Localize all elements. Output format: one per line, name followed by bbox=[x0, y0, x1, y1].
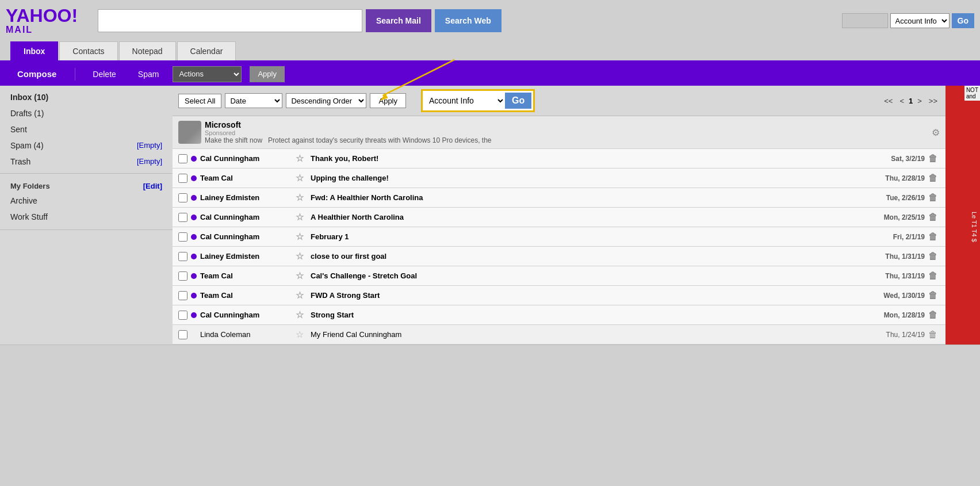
email-delete-8[interactable]: 🗑 bbox=[928, 290, 940, 301]
sidebar-item-work-stuff[interactable]: Work Stuff bbox=[0, 209, 173, 225]
go-button-subbar[interactable]: Go bbox=[505, 93, 531, 109]
tab-contacts[interactable]: Contacts bbox=[59, 41, 117, 60]
email-star-5[interactable]: ☆ bbox=[296, 231, 307, 242]
account-info-select-header[interactable]: Account Info bbox=[890, 13, 950, 28]
email-star-9[interactable]: ☆ bbox=[296, 309, 307, 320]
table-row[interactable]: Team Cal ☆ Upping the challenge! Thu, 2/… bbox=[173, 169, 945, 188]
email-checkbox-6[interactable] bbox=[178, 252, 187, 261]
email-star-3[interactable]: ☆ bbox=[296, 192, 307, 203]
email-list: Microsoft Sponsored Make the shift now P… bbox=[173, 116, 945, 345]
logo-area: YAHOO! MAIL bbox=[6, 6, 92, 35]
page-last-nav[interactable]: >> bbox=[927, 95, 940, 106]
email-star-2[interactable]: ☆ bbox=[296, 173, 307, 183]
apply-button-toolbar[interactable]: Apply bbox=[250, 66, 285, 82]
email-date-9: Mon, 1/28/19 bbox=[867, 311, 925, 319]
date-select[interactable]: Date bbox=[225, 93, 282, 108]
email-delete-7[interactable]: 🗑 bbox=[928, 271, 940, 281]
email-checkbox-9[interactable] bbox=[178, 311, 187, 320]
table-row[interactable]: Cal Cunningham ☆ Strong Start Mon, 1/28/… bbox=[173, 305, 945, 325]
email-sender-7: Team Cal bbox=[200, 271, 292, 280]
order-select[interactable]: Descending Order bbox=[286, 93, 366, 108]
account-info-highlight-box: Account Info Go bbox=[421, 89, 535, 112]
email-star-7[interactable]: ☆ bbox=[296, 270, 307, 281]
table-row[interactable]: Linda Coleman ☆ My Friend Cal Cunningham… bbox=[173, 325, 945, 345]
main-layout: Inbox (10) Drafts (1) Sent Spam (4) [Emp… bbox=[0, 86, 980, 345]
email-subject-3: Fwd: A Healthier North Carolina bbox=[311, 193, 864, 202]
not-label: NOTand bbox=[964, 86, 980, 101]
select-all-button[interactable]: Select All bbox=[178, 94, 221, 108]
page-next-nav[interactable]: > bbox=[915, 95, 924, 106]
account-area: Account Info Go bbox=[842, 13, 974, 28]
email-sender-4: Cal Cunningham bbox=[200, 213, 292, 221]
spam-empty-button[interactable]: [Empty] bbox=[137, 141, 162, 150]
email-date-8: Wed, 1/30/19 bbox=[867, 292, 925, 300]
sidebar: Inbox (10) Drafts (1) Sent Spam (4) [Emp… bbox=[0, 86, 173, 345]
table-row[interactable]: Team Cal ☆ FWD A Strong Start Wed, 1/30/… bbox=[173, 286, 945, 305]
email-delete-1[interactable]: 🗑 bbox=[928, 154, 940, 164]
email-delete-4[interactable]: 🗑 bbox=[928, 212, 940, 223]
email-star-6[interactable]: ☆ bbox=[296, 251, 307, 262]
tab-notepad[interactable]: Notepad bbox=[119, 41, 176, 60]
unread-dot-3 bbox=[191, 195, 197, 201]
my-folders-edit-button[interactable]: [Edit] bbox=[143, 182, 162, 190]
go-button-header[interactable]: Go bbox=[952, 13, 974, 28]
email-star-10[interactable]: ☆ bbox=[296, 329, 307, 340]
email-star-4[interactable]: ☆ bbox=[296, 212, 307, 223]
email-checkbox-5[interactable] bbox=[178, 232, 187, 242]
sidebar-item-trash[interactable]: Trash [Empty] bbox=[0, 154, 173, 170]
email-star-8[interactable]: ☆ bbox=[296, 290, 307, 301]
delete-button[interactable]: Delete bbox=[85, 67, 124, 82]
tab-inbox[interactable]: Inbox bbox=[10, 41, 58, 60]
unread-dot-4 bbox=[191, 215, 197, 220]
sponsored-preview: Make the shift now Protect against today… bbox=[205, 136, 928, 144]
trash-label: Trash bbox=[10, 157, 30, 166]
page-prev-nav[interactable]: < bbox=[897, 95, 906, 106]
sponsored-label: Sponsored bbox=[205, 129, 928, 136]
sidebar-item-archive[interactable]: Archive bbox=[0, 193, 173, 209]
apply-button-subbar[interactable]: Apply bbox=[370, 93, 406, 108]
email-delete-3[interactable]: 🗑 bbox=[928, 193, 940, 203]
email-delete-2[interactable]: 🗑 bbox=[928, 173, 940, 183]
email-delete-6[interactable]: 🗑 bbox=[928, 251, 940, 262]
trash-empty-button[interactable]: [Empty] bbox=[137, 157, 162, 166]
sidebar-item-inbox[interactable]: Inbox (10) bbox=[0, 89, 173, 105]
email-checkbox-1[interactable] bbox=[178, 154, 187, 163]
page-first-nav[interactable]: << bbox=[882, 95, 895, 106]
sidebar-item-sent[interactable]: Sent bbox=[0, 121, 173, 137]
email-delete-10[interactable]: 🗑 bbox=[928, 330, 940, 340]
email-star-1[interactable]: ☆ bbox=[296, 153, 307, 164]
account-info-select-subbar[interactable]: Account Info bbox=[424, 93, 505, 109]
table-row[interactable]: Cal Cunningham ☆ February 1 Fri, 2/1/19 … bbox=[173, 227, 945, 247]
sidebar-item-drafts[interactable]: Drafts (1) bbox=[0, 105, 173, 121]
email-date-2: Thu, 2/28/19 bbox=[867, 174, 925, 182]
sidebar-divider bbox=[0, 173, 173, 174]
table-row[interactable]: Lainey Edmisten ☆ close to our first goa… bbox=[173, 247, 945, 266]
email-delete-5[interactable]: 🗑 bbox=[928, 232, 940, 242]
email-checkbox-10[interactable] bbox=[178, 330, 187, 339]
sidebar-item-spam[interactable]: Spam (4) [Empty] bbox=[0, 137, 173, 154]
table-row[interactable]: Cal Cunningham ☆ Thank you, Robert! Sat,… bbox=[173, 149, 945, 169]
search-input[interactable] bbox=[98, 9, 362, 32]
search-mail-button[interactable]: Search Mail bbox=[366, 9, 431, 32]
search-web-button[interactable]: Search Web bbox=[435, 9, 502, 32]
email-date-4: Mon, 2/25/19 bbox=[867, 213, 925, 221]
spam-button[interactable]: Spam bbox=[130, 67, 167, 82]
email-subject-4: A Healthier North Carolina bbox=[311, 213, 864, 221]
email-checkbox-7[interactable] bbox=[178, 271, 187, 281]
gear-icon[interactable]: ⚙ bbox=[932, 127, 940, 138]
actions-select[interactable]: Actions bbox=[173, 66, 242, 82]
scrollbar-area[interactable] bbox=[0, 345, 980, 355]
ad-text: Le T1 T4 $ bbox=[971, 212, 978, 242]
email-row-sponsored[interactable]: Microsoft Sponsored Make the shift now P… bbox=[173, 116, 945, 149]
table-row[interactable]: Team Cal ☆ Cal's Challenge - Stretch Goa… bbox=[173, 266, 945, 286]
table-row[interactable]: Cal Cunningham ☆ A Healthier North Carol… bbox=[173, 208, 945, 227]
table-row[interactable]: Lainey Edmisten ☆ Fwd: A Healthier North… bbox=[173, 188, 945, 208]
email-checkbox-3[interactable] bbox=[178, 193, 187, 202]
compose-button[interactable]: Compose bbox=[8, 66, 66, 82]
tab-calendar[interactable]: Calendar bbox=[177, 41, 236, 60]
email-delete-9[interactable]: 🗑 bbox=[928, 310, 940, 320]
right-ad: NOTand Le T1 T4 $ bbox=[945, 86, 980, 345]
email-checkbox-4[interactable] bbox=[178, 213, 187, 222]
email-checkbox-8[interactable] bbox=[178, 291, 187, 300]
email-checkbox-2[interactable] bbox=[178, 174, 187, 183]
